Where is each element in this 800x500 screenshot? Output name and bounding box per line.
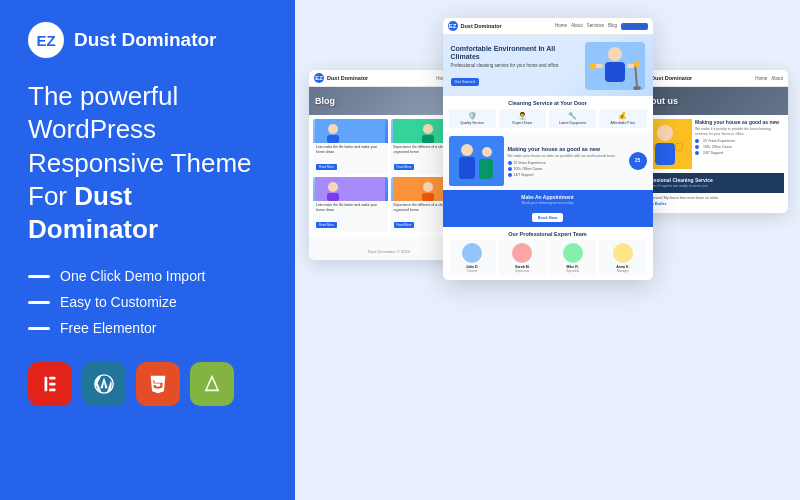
feature-item-3: Free Elementor bbox=[28, 320, 267, 336]
blog-card-text-3: Lets make the life better and make your … bbox=[316, 203, 385, 212]
nav-about: About bbox=[571, 23, 583, 30]
stat-dot-2 bbox=[508, 167, 512, 171]
plugin-icons-row bbox=[28, 362, 267, 406]
team-grid: John D. Cleaner Sarah M. Supervisor Mike… bbox=[449, 240, 647, 276]
professional-section: Professional Cleaning Service Our team o… bbox=[637, 173, 784, 193]
house-heading: Making your house as good as new bbox=[508, 146, 625, 153]
svg-point-6 bbox=[608, 47, 622, 61]
stat-2: 100+ Office Cases bbox=[508, 167, 625, 171]
nav-cta: Book Now bbox=[621, 23, 648, 30]
stat-dot-3 bbox=[508, 173, 512, 177]
svg-rect-33 bbox=[655, 143, 675, 165]
preview-house-text: Making your house as good as new We make… bbox=[508, 146, 625, 177]
about-stat-label-3: 24/7 Support bbox=[703, 151, 723, 155]
service-card-3: 🔧 Latest Equipment bbox=[549, 109, 596, 128]
testimonial-text: Great service! My house has never been s… bbox=[641, 196, 780, 201]
team-avatar-3 bbox=[563, 243, 583, 263]
services-grid: 🛡️ Quality Service 👨‍💼 Expert Team 🔧 Lat… bbox=[449, 109, 647, 128]
services-title: Cleaning Service at Your Door bbox=[449, 100, 647, 106]
preview-bar-name: Dust Dominator bbox=[461, 23, 502, 29]
dash-icon bbox=[28, 327, 50, 330]
stat-1: 25 Years Experience bbox=[508, 161, 625, 165]
preview-bar-nav: Home About Services Blog Book Now bbox=[555, 23, 648, 30]
house-text: We make your house as clean as possible … bbox=[508, 154, 625, 159]
blog-title: Blog bbox=[315, 96, 335, 106]
nav-blog: Blog bbox=[608, 23, 617, 30]
nav-home: Home bbox=[555, 23, 567, 30]
blog-card-image-1 bbox=[313, 119, 388, 143]
about-stat-label-2: 100+ Office Cases bbox=[703, 145, 732, 149]
team-role-4: Manager bbox=[602, 269, 643, 273]
svg-rect-24 bbox=[422, 135, 434, 143]
svg-rect-3 bbox=[49, 389, 55, 392]
svg-rect-14 bbox=[449, 136, 504, 186]
team-title: Our Professional Expert Team bbox=[449, 231, 647, 237]
stat-label-3: 24/7 Support bbox=[514, 173, 534, 177]
hero-text: Professional cleaning service for your h… bbox=[451, 63, 580, 69]
dash-icon bbox=[28, 275, 50, 278]
team-card-1: John D. Cleaner bbox=[449, 240, 496, 276]
blog-bar-name: Dust Dominator bbox=[327, 75, 368, 81]
about-house-section: Making your house as good as new We make… bbox=[637, 119, 784, 169]
stat-3: 24/7 Support bbox=[508, 173, 625, 177]
dash-icon bbox=[28, 301, 50, 304]
svg-rect-1 bbox=[49, 377, 55, 380]
tagline-line3: For Dust Dominator bbox=[28, 180, 267, 247]
blog-card-text-1: Lets make the life better and make your … bbox=[316, 145, 385, 154]
feature-item-2: Easy to Customize bbox=[28, 294, 267, 310]
preview-team: Our Professional Expert Team John D. Cle… bbox=[443, 227, 653, 280]
about-house-stats: 25 Years Experience 100+ Office Cases 24… bbox=[695, 139, 784, 155]
professional-text: Our team of experts are ready to serve y… bbox=[641, 184, 780, 189]
svg-rect-7 bbox=[605, 62, 625, 82]
about-stat-dot-1 bbox=[695, 139, 699, 143]
tagline-line1: The powerful WordPress bbox=[28, 80, 267, 147]
brand-name: Dust Dominator bbox=[74, 29, 217, 51]
preview-appointment: Make An Appointment Book your cleaning s… bbox=[443, 190, 653, 227]
stat-label-1: 25 Years Experience bbox=[514, 161, 546, 165]
left-panel: EZ Dust Dominator The powerful WordPress… bbox=[0, 0, 295, 500]
blog-read-more-1: Read More bbox=[316, 164, 337, 170]
testimonial-section: Great service! My house has never been s… bbox=[637, 193, 784, 210]
about-house-p: We make it a priority to provide the bes… bbox=[695, 127, 784, 136]
hero-cta: Get Started bbox=[451, 78, 479, 86]
preview-services: Cleaning Service at Your Door 🛡️ Quality… bbox=[443, 96, 653, 132]
html5-icon bbox=[136, 362, 180, 406]
about-nav: Home About bbox=[755, 76, 783, 81]
service-icon-1: 🛡️ bbox=[451, 112, 494, 120]
blog-read-more-3: Read More bbox=[316, 222, 337, 228]
preview-stack: EZ Dust Dominator Home About Services Bl… bbox=[303, 10, 792, 500]
feature-label-2: Easy to Customize bbox=[60, 294, 177, 310]
team-card-3: Mike R. Specialist bbox=[549, 240, 596, 276]
service-icon-2: 👨‍💼 bbox=[501, 112, 544, 120]
house-stats: 25 Years Experience 100+ Office Cases 24… bbox=[508, 161, 625, 177]
about-content: Making your house as good as new We make… bbox=[633, 115, 788, 213]
about-stat-label-1: 25 Years Experience bbox=[703, 139, 735, 143]
experience-badge: 25 bbox=[629, 152, 647, 170]
team-card-2: Sarah M. Supervisor bbox=[499, 240, 546, 276]
badge-number: 25 bbox=[635, 158, 641, 164]
blog-logo: EZ bbox=[314, 73, 324, 83]
svg-point-23 bbox=[423, 124, 433, 134]
feature-label-1: One Click Demo Import bbox=[60, 268, 205, 284]
about-stat-3: 24/7 Support bbox=[695, 151, 784, 155]
service-card-1: 🛡️ Quality Service bbox=[449, 109, 496, 128]
team-role-1: Cleaner bbox=[452, 269, 493, 273]
feature-item-1: One Click Demo Import bbox=[28, 268, 267, 284]
svg-rect-27 bbox=[327, 193, 339, 201]
service-label-3: Latest Equipment bbox=[551, 121, 594, 125]
blog-read-more-4: Read More bbox=[394, 222, 415, 228]
svg-rect-18 bbox=[479, 159, 493, 179]
team-avatar-4 bbox=[613, 243, 633, 263]
about-stat-1: 25 Years Experience bbox=[695, 139, 784, 143]
right-panel: EZ Dust Dominator Home About Services Bl… bbox=[295, 0, 800, 500]
tagline-for: For bbox=[28, 181, 74, 211]
team-avatar-1 bbox=[462, 243, 482, 263]
blog-card-3: Lets make the life better and make your … bbox=[313, 177, 388, 232]
svg-point-15 bbox=[461, 144, 473, 156]
svg-rect-16 bbox=[459, 157, 475, 179]
service-icon-3: 🔧 bbox=[551, 112, 594, 120]
about-stat-2: 100+ Office Cases bbox=[695, 145, 784, 149]
svg-rect-30 bbox=[422, 193, 434, 201]
elementor-icon bbox=[28, 362, 72, 406]
service-label-4: Affordable Price bbox=[601, 121, 644, 125]
